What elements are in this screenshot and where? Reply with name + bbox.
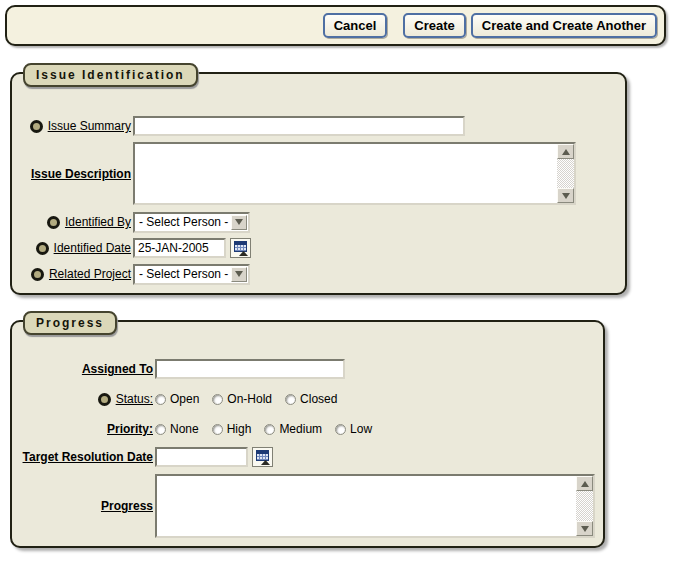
scrollbar-track[interactable] [576, 491, 593, 521]
identified-by-selected-value: - Select Person - [135, 214, 230, 231]
status-radio-group: Open On-Hold Closed [155, 392, 337, 406]
scroll-up-button[interactable] [576, 476, 593, 491]
status-closed-radio[interactable]: Closed [285, 392, 337, 406]
progress-label[interactable]: Progress [101, 499, 153, 513]
calendar-picker-button[interactable] [252, 447, 273, 467]
cancel-button[interactable]: Cancel [323, 13, 388, 38]
radio-icon[interactable] [155, 394, 166, 405]
calendar-icon [256, 450, 269, 461]
priority-row: Priority: None High Medium [12, 418, 603, 440]
radio-icon[interactable] [264, 424, 275, 435]
required-icon [98, 393, 111, 406]
identified-date-input[interactable] [133, 238, 226, 258]
chevron-down-icon [235, 271, 243, 277]
radio-label: High [227, 422, 252, 436]
target-resolution-date-label[interactable]: Target Resolution Date [23, 450, 153, 464]
radio-label: Closed [300, 392, 337, 406]
issue-description-textarea[interactable] [135, 144, 557, 203]
identified-by-select[interactable]: - Select Person - [133, 212, 250, 233]
identified-by-label[interactable]: Identified By [65, 215, 131, 229]
assigned-to-input[interactable] [155, 359, 345, 379]
dropdown-arrow-button[interactable] [231, 215, 247, 230]
issue-identification-panel-title: Issue Identification [23, 63, 198, 87]
priority-none-radio[interactable]: None [155, 422, 199, 436]
progress-text-row: Progress [12, 474, 603, 538]
related-project-label[interactable]: Related Project [49, 267, 131, 281]
create-button[interactable]: Create [403, 13, 465, 38]
chevron-down-icon [235, 219, 243, 225]
calendar-picker-button[interactable] [230, 238, 251, 258]
related-project-select[interactable]: - Select Person - [133, 264, 250, 285]
scroll-down-button[interactable] [576, 521, 593, 536]
calendar-icon [234, 241, 247, 252]
priority-low-radio[interactable]: Low [335, 422, 372, 436]
radio-label: Open [170, 392, 199, 406]
create-issue-page: Cancel Create Create and Create Another … [0, 0, 676, 561]
issue-summary-label[interactable]: Issue Summary [48, 119, 131, 133]
create-and-create-another-button[interactable]: Create and Create Another [471, 13, 657, 38]
progress-panel-title: Progress [23, 311, 117, 335]
scroll-down-button[interactable] [557, 188, 574, 203]
identified-date-row: Identified Date [12, 237, 625, 259]
radio-label: Medium [279, 422, 322, 436]
issue-summary-input[interactable] [133, 116, 465, 136]
priority-high-radio[interactable]: High [212, 422, 252, 436]
issue-summary-row: Issue Summary [12, 114, 625, 138]
related-project-selected-value: - Select Person - [135, 266, 230, 283]
status-open-radio[interactable]: Open [155, 392, 199, 406]
radio-label: On-Hold [227, 392, 272, 406]
required-icon [31, 268, 44, 281]
status-on-hold-radio[interactable]: On-Hold [212, 392, 272, 406]
issue-description-textarea-box [133, 142, 576, 205]
scrollbar-track[interactable] [557, 159, 574, 188]
scroll-up-icon [562, 149, 570, 155]
identified-by-row: Identified By - Select Person - [12, 211, 625, 233]
radio-icon[interactable] [285, 394, 296, 405]
progress-panel: Progress Assigned To Status: Open [10, 320, 605, 548]
scroll-down-icon [562, 193, 570, 199]
radio-icon[interactable] [335, 424, 346, 435]
progress-textarea[interactable] [157, 476, 576, 536]
issue-identification-panel: Issue Identification Issue Summary Issue… [10, 72, 627, 295]
target-resolution-date-row: Target Resolution Date [12, 446, 603, 468]
priority-label[interactable]: Priority: [107, 422, 153, 436]
scroll-down-icon [581, 526, 589, 532]
issue-description-row: Issue Description [12, 142, 625, 205]
action-bar: Cancel Create Create and Create Another [5, 5, 666, 46]
priority-radio-group: None High Medium Low [155, 422, 372, 436]
assigned-to-row: Assigned To [12, 358, 603, 380]
target-resolution-date-input[interactable] [155, 447, 248, 467]
radio-icon[interactable] [155, 424, 166, 435]
radio-icon[interactable] [212, 424, 223, 435]
required-icon [30, 120, 43, 133]
radio-label: Low [350, 422, 372, 436]
required-icon [36, 242, 49, 255]
scroll-up-button[interactable] [557, 144, 574, 159]
scroll-up-icon [581, 481, 589, 487]
vertical-scrollbar[interactable] [557, 144, 574, 203]
priority-medium-radio[interactable]: Medium [264, 422, 322, 436]
status-row: Status: Open On-Hold Closed [12, 388, 603, 410]
vertical-scrollbar[interactable] [576, 476, 593, 536]
dropdown-arrow-button[interactable] [231, 267, 247, 282]
radio-label: None [170, 422, 199, 436]
assigned-to-label[interactable]: Assigned To [82, 362, 153, 376]
progress-textarea-box [155, 474, 595, 538]
required-icon [47, 216, 60, 229]
identified-date-label[interactable]: Identified Date [54, 241, 131, 255]
related-project-row: Related Project - Select Person - [12, 263, 625, 285]
radio-icon[interactable] [212, 394, 223, 405]
status-label[interactable]: Status: [116, 392, 153, 406]
issue-description-label[interactable]: Issue Description [31, 167, 131, 181]
